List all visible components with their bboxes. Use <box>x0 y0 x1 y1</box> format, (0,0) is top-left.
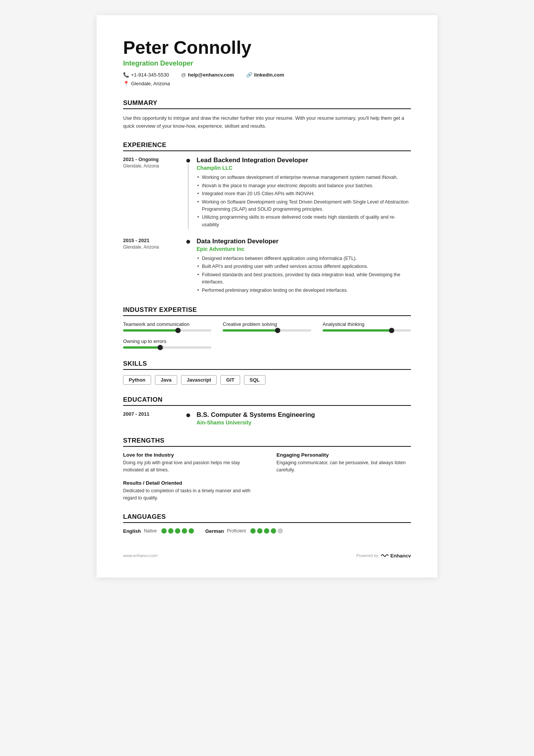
expertise-bar-bg-1 <box>223 329 311 332</box>
exp-dates-1: 2021 - Ongoing <box>123 157 184 162</box>
strength-item-1: Engaging Personality Engaging communicat… <box>276 452 411 474</box>
skill-4: SQL <box>244 375 265 385</box>
language-item-0: English Native <box>123 528 194 534</box>
expertise-item-0: Teamwork and communication <box>123 321 211 332</box>
exp-location-1: Glendale, Arizona <box>123 163 184 169</box>
summary-text: Use this opportunity to intrigue and dra… <box>123 114 411 130</box>
edu-right-0: B.S. Computer & Systems Engineering Ain-… <box>193 411 411 426</box>
exp-line-1 <box>188 164 189 229</box>
location-contact: 📍 Glendale, Arizona <box>123 81 170 86</box>
location-text: Glendale, Arizona <box>131 81 170 86</box>
edu-dot-0 <box>186 413 190 417</box>
exp-company-2: Epic Adventure Inc <box>197 246 411 252</box>
lang-dots-0 <box>161 528 194 534</box>
bullet-2-0: Designed interfaces between different ap… <box>197 255 411 262</box>
expertise-bar-fill-2 <box>323 329 392 332</box>
exp-bullets-2: Designed interfaces between different ap… <box>197 255 411 294</box>
phone-contact: 📞 +1-914-345-5530 <box>123 72 169 78</box>
lang-dot-0-3 <box>182 528 187 534</box>
education-section: EDUCATION 2007 - 2011 B.S. Computer & Sy… <box>123 396 411 426</box>
exp-left-2: 2015 - 2021 Glendale, Arizona <box>123 238 184 295</box>
languages-section: LANGUAGES English Native German Proficie… <box>123 513 411 534</box>
location-icon: 📍 <box>123 81 129 86</box>
lang-level-1: Proficient <box>227 528 246 534</box>
bullet-1-2: Integrated more than 20 US Cities APIs w… <box>197 190 411 197</box>
email-contact: @ help@enhancv.com <box>181 72 234 78</box>
strength-title-0: Love for the Industry <box>123 452 258 458</box>
strengths-section: STRENGTHS Love for the Industry Doing my… <box>123 437 411 502</box>
strengths-title: STRENGTHS <box>123 437 411 447</box>
expertise-bar-fill-1 <box>223 329 278 332</box>
linkedin-link[interactable]: linkedin.com <box>254 72 284 78</box>
strength-title-1: Engaging Personality <box>276 452 411 458</box>
exp-left-1: 2021 - Ongoing Glendale, Arizona <box>123 157 184 229</box>
exp-middle-2 <box>184 238 193 295</box>
lang-dot-0-2 <box>175 528 180 534</box>
edu-dates-0: 2007 - 2011 <box>123 411 184 417</box>
exp-company-1: Champlin LLC <box>197 165 411 171</box>
experience-title: EXPERIENCE <box>123 141 411 151</box>
expertise-label-0: Teamwork and communication <box>123 321 211 327</box>
enhancv-brand-name: Enhancv <box>390 553 411 559</box>
lang-dot-1-1 <box>257 528 262 534</box>
skills-row: Python Java Javascript GIT SQL <box>123 375 411 385</box>
skill-0: Python <box>123 375 151 385</box>
expertise-item-2: Analystical thinking <box>323 321 411 332</box>
bullet-2-1: Built API's and providing user with unif… <box>197 263 411 270</box>
education-title: EDUCATION <box>123 396 411 406</box>
strength-desc-0: Doing my job with great love and passion… <box>123 459 258 474</box>
strength-item-2: Results / Detail Oriented Dedicated to c… <box>123 480 258 502</box>
experience-section: EXPERIENCE 2021 - Ongoing Glendale, Ariz… <box>123 141 411 295</box>
expertise-bar-bg-0 <box>123 329 211 332</box>
email-link[interactable]: help@enhancv.com <box>188 72 234 78</box>
phone-number: +1-914-345-5530 <box>131 72 169 78</box>
bullet-1-3: Working on Software Development using Te… <box>197 199 411 213</box>
expertise-bar-dot-2 <box>389 328 394 333</box>
edu-degree-0: B.S. Computer & Systems Engineering <box>197 411 411 419</box>
lang-dot-1-4 <box>278 528 283 534</box>
bullet-2-2: Followed standards and best practices, p… <box>197 271 411 286</box>
resume-page: Peter Connolly Integration Developer 📞 +… <box>97 15 437 578</box>
lang-dot-1-2 <box>264 528 269 534</box>
exp-dates-2: 2015 - 2021 <box>123 238 184 243</box>
expertise-bar-bg-3 <box>123 346 211 349</box>
strength-desc-2: Dedicated to completion of tasks in a ti… <box>123 487 258 502</box>
exp-bullets-1: Working on software development of enter… <box>197 174 411 229</box>
expertise-label-2: Analystical thinking <box>323 321 411 327</box>
exp-dot-1 <box>186 159 190 163</box>
languages-title: LANGUAGES <box>123 513 411 523</box>
exp-right-1: Lead Backend Integration Developer Champ… <box>193 157 411 229</box>
expertise-bar-fill-3 <box>123 346 160 349</box>
experience-item-1: 2021 - Ongoing Glendale, Arizona Lead Ba… <box>123 157 411 229</box>
exp-location-2: Glendale, Arizona <box>123 244 184 250</box>
expertise-item-1: Creative problem solving <box>223 321 311 332</box>
bullet-1-4: Utilizing programming skills to ensure d… <box>197 214 411 229</box>
footer-website: www.enhancv.com <box>123 553 158 558</box>
lang-dot-1-0 <box>250 528 256 534</box>
skills-title: SKILLS <box>123 360 411 370</box>
lang-dot-0-4 <box>189 528 194 534</box>
job-title: Integration Developer <box>123 59 411 67</box>
strength-title-2: Results / Detail Oriented <box>123 480 258 486</box>
edu-left-0: 2007 - 2011 <box>123 411 184 426</box>
summary-title: SUMMARY <box>123 99 411 109</box>
full-name: Peter Connolly <box>123 38 411 58</box>
skill-1: Java <box>155 375 177 385</box>
enhancv-logo: Enhancv <box>381 553 411 559</box>
expertise-title: INDUSTRY EXPERTISE <box>123 306 411 316</box>
phone-icon: 📞 <box>123 72 129 78</box>
expertise-bar-dot-1 <box>275 328 280 333</box>
expertise-label-3: Owning up to errors <box>123 338 211 344</box>
lang-name-0: English <box>123 528 141 534</box>
exp-role-1: Lead Backend Integration Developer <box>197 157 411 164</box>
powered-by-text: Powered by <box>356 553 378 558</box>
enhancv-logo-svg <box>381 553 389 558</box>
language-item-1: German Proficient <box>205 528 283 534</box>
bullet-1-1: iNovah is the place to manage your elect… <box>197 182 411 189</box>
link-icon: 🔗 <box>246 72 252 78</box>
edu-school-0: Ain-Shams University <box>197 419 411 426</box>
header: Peter Connolly Integration Developer 📞 +… <box>123 38 411 88</box>
exp-role-2: Data Integration Developer <box>197 238 411 245</box>
lang-name-1: German <box>205 528 224 534</box>
exp-middle-1 <box>184 157 193 229</box>
